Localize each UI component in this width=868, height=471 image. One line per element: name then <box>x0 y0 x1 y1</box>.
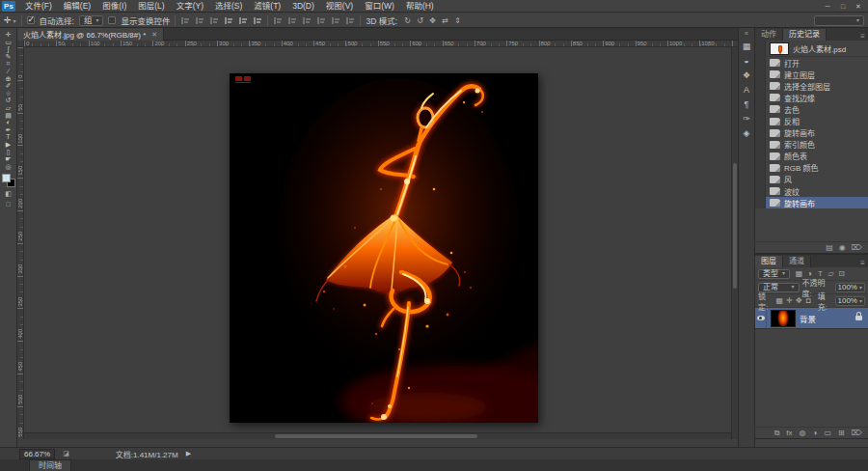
current-tool-icon[interactable]: ✛▾ <box>4 15 16 25</box>
quick-mask-button[interactable]: ◧ <box>1 190 16 198</box>
dodge-tool[interactable]: ◐ <box>1 119 16 126</box>
layer-visibility-toggle[interactable] <box>755 308 767 328</box>
layer-filter-dropdown[interactable]: 类型▾ <box>758 269 790 279</box>
marquee-tool[interactable]: ▭ <box>1 39 16 46</box>
move-tool[interactable]: ✛ <box>1 31 16 39</box>
history-state-row[interactable]: 选择全部图层 <box>755 80 868 92</box>
layer-style-button[interactable]: fx <box>786 429 792 437</box>
minimize-button[interactable]: ─ <box>821 1 834 12</box>
styles-icon[interactable]: ❖ <box>739 69 754 83</box>
auto-select-checkbox[interactable] <box>27 16 35 24</box>
history-state-row[interactable]: 建立图层 <box>755 69 868 80</box>
3d-roll-icon[interactable]: ↺ <box>415 16 425 25</box>
canvas-vertical-scrollbar[interactable] <box>731 47 738 439</box>
horizontal-ruler[interactable]: 0501001502002503003504004505005506006507… <box>24 41 738 47</box>
history-snapshot-row[interactable]: 火焰人素材.psd <box>755 41 868 57</box>
close-button[interactable]: ✕ <box>852 1 865 12</box>
align-left-edges-icon[interactable] <box>224 16 233 25</box>
auto-select-target-dropdown[interactable]: 组▾ <box>79 15 104 26</box>
canvas-horizontal-scrollbar[interactable] <box>24 432 731 439</box>
distribute-vertical-centers-icon[interactable] <box>287 16 297 25</box>
distribute-left-edges-icon[interactable] <box>316 16 326 25</box>
lasso-tool[interactable]: ʃ <box>1 45 16 53</box>
menu-item[interactable]: 文字(Y) <box>171 0 209 13</box>
type-tool[interactable]: T <box>1 133 16 141</box>
align-bottom-edges-icon[interactable] <box>209 16 219 25</box>
menu-item[interactable]: 帮助(H) <box>400 0 440 13</box>
lock-all-icon[interactable]: ◘ <box>804 296 813 305</box>
menu-item[interactable]: 滤镜(T) <box>248 0 286 13</box>
tab-actions[interactable]: 动作 <box>755 29 783 41</box>
history-state-row[interactable]: 颜色表 <box>755 151 868 162</box>
screen-mode-button[interactable]: □ <box>1 201 16 208</box>
new-layer-button[interactable]: ⊞ <box>838 429 845 437</box>
history-state-row[interactable]: 风 <box>755 174 868 185</box>
zoom-level-field[interactable]: 66.67% <box>19 449 55 459</box>
align-top-edges-icon[interactable] <box>180 16 190 25</box>
lock-pixels-icon[interactable]: ✛ <box>785 296 794 305</box>
paragraph-icon[interactable]: ¶ <box>739 97 754 112</box>
history-brush-tool[interactable]: ↺ <box>1 97 16 104</box>
history-state-row[interactable]: 旋转画布 <box>755 127 868 139</box>
history-state-row[interactable]: 旋转画布 <box>755 197 868 208</box>
eyedropper-tool[interactable]: ∕ <box>1 68 16 75</box>
path-selection-tool[interactable]: ▶ <box>1 141 16 149</box>
opacity-value[interactable]: 100%▾ <box>835 283 865 292</box>
3d-scale-icon[interactable]: ⇕ <box>452 16 463 25</box>
distribute-right-edges-icon[interactable] <box>345 16 355 25</box>
canvas-image[interactable] <box>230 73 538 423</box>
layer-group-button[interactable]: ▭ <box>824 429 831 437</box>
3d-slide-icon[interactable]: ⇄ <box>440 16 450 25</box>
document-size-info[interactable]: 文档:1.41M/1.27M <box>116 449 178 459</box>
history-state-row[interactable]: 打开 <box>755 57 868 69</box>
crop-tool[interactable]: ⌗ <box>1 60 16 68</box>
tool-presets-icon[interactable]: ✑ <box>739 112 754 126</box>
vertical-ruler[interactable]: 050100150200250300350400450500550 <box>17 47 24 439</box>
fill-value[interactable]: 100%▾ <box>835 296 865 306</box>
zoom-tool[interactable]: ◎ <box>1 163 16 171</box>
history-state-row[interactable]: 反相 <box>755 115 868 126</box>
adjustment-layer-button[interactable]: ◑ <box>813 429 818 437</box>
distribute-bottom-edges-icon[interactable] <box>302 16 312 25</box>
tab-layers[interactable]: 图层 <box>755 256 783 267</box>
tab-close-icon[interactable]: ✕ <box>151 31 157 39</box>
menu-item[interactable]: 视图(V) <box>320 0 359 13</box>
healing-brush-tool[interactable]: ⊕ <box>1 75 16 83</box>
panel-menu-icon[interactable]: ≡ <box>857 259 868 267</box>
layer-row-background[interactable]: 背景 <box>755 308 868 329</box>
history-brush-source-well[interactable] <box>755 41 766 56</box>
status-popup-arrow-icon[interactable]: ▶ <box>186 450 191 457</box>
delete-layer-button[interactable]: ⌦ <box>852 429 862 437</box>
menu-item[interactable]: 编辑(E) <box>58 0 96 13</box>
history-state-row[interactable]: RGB 颜色 <box>755 162 868 174</box>
new-doc-from-state-button[interactable]: ▤ <box>826 243 833 252</box>
tab-history[interactable]: 历史记录 <box>783 29 827 41</box>
pen-tool[interactable]: ✒ <box>1 126 16 134</box>
filter-smart-objects-icon[interactable]: ⊡ <box>837 269 846 278</box>
3d-rotate-icon[interactable]: ↻ <box>402 16 413 25</box>
layer-name[interactable]: 背景 <box>800 313 816 324</box>
distribute-horizontal-centers-icon[interactable] <box>331 16 340 25</box>
info-icon[interactable]: ◈ <box>739 126 754 141</box>
layer-thumbnail[interactable] <box>771 310 796 327</box>
show-transform-checkbox[interactable] <box>108 16 116 24</box>
character-icon[interactable]: A <box>739 83 754 97</box>
layers-empty-area[interactable] <box>755 329 868 427</box>
brush-tool[interactable]: ✐ <box>1 82 16 90</box>
workspace-dropdown[interactable]: ▾ <box>814 15 864 26</box>
document-tab[interactable]: 火焰人素材.jpg @ 66.7%(RGB/8#) * ✕ <box>17 28 164 41</box>
3d-drag-icon[interactable]: ✥ <box>427 16 438 25</box>
adjustments-icon[interactable]: ◒ <box>739 54 754 69</box>
link-layers-button[interactable]: ⧉ <box>774 429 780 438</box>
history-state-row[interactable]: 波纹 <box>755 185 868 197</box>
collapse-dock-icon[interactable]: « <box>745 30 748 40</box>
foreground-color-swatch[interactable] <box>2 174 11 182</box>
menu-item[interactable]: 图层(L) <box>132 0 170 13</box>
ruler-origin-box[interactable] <box>17 41 24 47</box>
tab-channels[interactable]: 通道 <box>783 256 811 267</box>
lock-position-icon[interactable]: ✥ <box>795 296 803 305</box>
rectangle-tool[interactable]: ▯ <box>1 149 16 156</box>
add-mask-button[interactable]: ◍ <box>800 429 806 437</box>
lock-transparency-icon[interactable]: ▦ <box>775 296 784 305</box>
quick-selection-tool[interactable]: ✎ <box>1 53 16 61</box>
